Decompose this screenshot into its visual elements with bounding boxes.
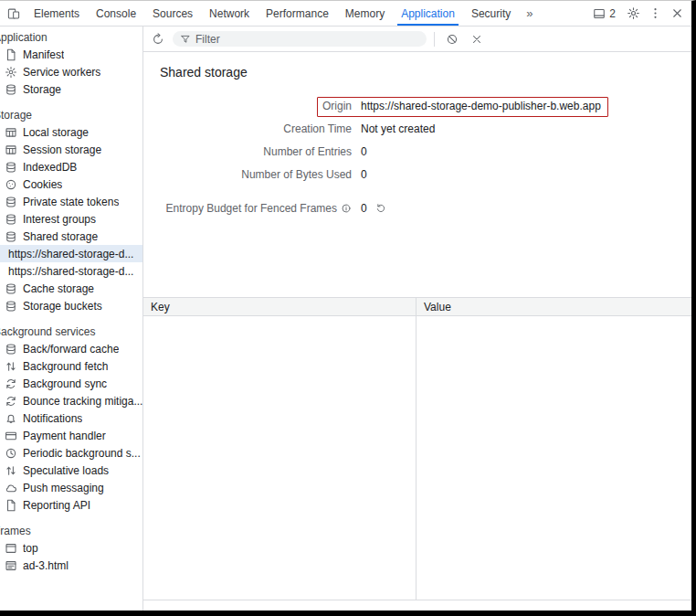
payment-card-icon: [5, 430, 17, 442]
field-label: Creation Time: [283, 122, 352, 135]
sidebar-item-label: ad-3.html: [23, 559, 69, 572]
tab-performance[interactable]: Performance: [258, 1, 337, 26]
database-icon: [5, 230, 17, 243]
sidebar-item-indexeddb[interactable]: IndexedDB: [0, 158, 142, 175]
document-icon: [5, 48, 17, 61]
database-icon: [5, 213, 17, 226]
reset-budget-icon[interactable]: [375, 203, 386, 214]
sidebar-item-manifest[interactable]: Manifest: [0, 46, 142, 63]
field-row-creation-time: Creation TimeNot yet created: [158, 117, 677, 140]
field-value-cell: 0: [361, 145, 367, 158]
sidebar-item-reporting-api[interactable]: Reporting API: [0, 496, 142, 514]
field-row-number-of-bytes-used: Number of Bytes Used0: [158, 163, 677, 186]
sidebar-item-payment-handler[interactable]: Payment handler: [0, 427, 142, 444]
column-header-key[interactable]: Key: [143, 298, 416, 315]
frame-content-icon: [5, 559, 17, 572]
tab-network[interactable]: Network: [201, 1, 258, 26]
more-tabs-button[interactable]: »: [519, 1, 540, 26]
toolbar-divider: [434, 32, 435, 47]
sidebar-item-local-storage[interactable]: Local storage: [0, 123, 142, 141]
sidebar-item-https-shared-storage-d[interactable]: https://shared-storage-d...: [0, 262, 142, 280]
field-value-cell: 0: [361, 168, 367, 181]
clear-all-button[interactable]: [442, 29, 462, 49]
refresh-button[interactable]: [148, 29, 168, 49]
sidebar-section-background-services: Background servicesBack/forward cacheBac…: [0, 324, 142, 514]
close-devtools-icon[interactable]: [667, 3, 688, 24]
devtools-window: ElementsConsoleSourcesNetworkPerformance…: [0, 0, 696, 616]
field-value-cell: Not yet created: [361, 122, 435, 135]
sidebar-item-ad-3-html[interactable]: ad-3.html: [0, 557, 142, 574]
sidebar-item-back-forward-cache[interactable]: Back/forward cache: [0, 340, 142, 357]
tab-application[interactable]: Application: [393, 1, 463, 26]
sidebar-item-service-workers[interactable]: Service workers: [0, 63, 142, 80]
settings-gear-icon[interactable]: [623, 3, 644, 24]
shared-storage-report: Shared storage Originhttps://shared-stor…: [143, 52, 691, 227]
tab-elements[interactable]: Elements: [26, 1, 88, 26]
field-row-number-of-entries: Number of Entries0: [158, 140, 677, 163]
application-sidebar: ApplicationManifestService workersStorag…: [0, 27, 143, 611]
table-header-row: Key Value: [143, 298, 691, 316]
arrows-updown-icon: [5, 360, 17, 373]
section-header-background-services: Background services: [0, 324, 142, 340]
shared-storage-toolbar: Filter: [143, 27, 691, 52]
field-value-cell: 0: [361, 202, 386, 215]
field-label-cell: Number of Bytes Used: [158, 168, 352, 181]
sidebar-item-label: Cookies: [23, 178, 62, 191]
field-label: Number of Bytes Used: [241, 168, 352, 181]
sidebar-item-speculative-loads[interactable]: Speculative loads: [0, 462, 142, 479]
table-icon: [5, 126, 17, 139]
console-drawer-badge[interactable]: 2: [586, 7, 622, 20]
kebab-menu-icon[interactable]: [645, 3, 666, 24]
sidebar-item-storage-buckets[interactable]: Storage buckets: [0, 297, 142, 314]
document-icon: [5, 499, 17, 512]
sidebar-item-periodic-background-s[interactable]: Periodic background s...: [0, 444, 142, 462]
bell-icon: [5, 412, 17, 425]
tab-memory[interactable]: Memory: [337, 1, 393, 26]
database-icon: [5, 196, 17, 208]
sidebar-item-label: Private state tokens: [23, 196, 119, 208]
sidebar-item-background-fetch[interactable]: Background fetch: [0, 357, 142, 375]
field-label-cell: Origin: [158, 100, 352, 112]
filter-input[interactable]: Filter: [173, 31, 427, 47]
sidebar-item-storage[interactable]: Storage: [0, 80, 142, 98]
sidebar-item-push-messaging[interactable]: Push messaging: [0, 479, 142, 496]
sidebar-item-https-shared-storage-d[interactable]: https://shared-storage-d...: [0, 245, 142, 262]
info-icon[interactable]: [341, 203, 352, 214]
field-value-cell: https://shared-storage-demo-publisher-b.…: [361, 100, 601, 112]
sidebar-item-shared-storage[interactable]: Shared storage: [0, 228, 142, 245]
delete-selected-button[interactable]: [467, 29, 487, 49]
cookie-icon: [5, 178, 17, 191]
tab-console[interactable]: Console: [88, 1, 144, 26]
sidebar-item-interest-groups[interactable]: Interest groups: [0, 210, 142, 228]
toggle-device-toolbar-button[interactable]: [2, 1, 26, 26]
database-icon: [5, 161, 17, 174]
column-header-value[interactable]: Value: [416, 298, 691, 315]
sidebar-item-label: top: [23, 542, 38, 555]
tab-sources[interactable]: Sources: [144, 1, 201, 26]
sidebar-item-cookies[interactable]: Cookies: [0, 175, 142, 193]
sidebar-item-label: Storage: [23, 83, 61, 96]
sidebar-item-bounce-tracking-mitiga[interactable]: Bounce tracking mitiga...: [0, 392, 142, 409]
section-header-storage: Storage: [0, 108, 142, 123]
sidebar-item-label: Storage buckets: [23, 300, 102, 313]
sidebar-item-background-sync[interactable]: Background sync: [0, 375, 142, 392]
gear-icon: [5, 66, 17, 79]
tab-security[interactable]: Security: [463, 1, 519, 26]
sidebar-item-notifications[interactable]: Notifications: [0, 409, 142, 427]
main-panel: Filter Shared storage Originhttps://shar…: [143, 27, 691, 611]
sidebar-item-label: Payment handler: [23, 430, 106, 442]
sidebar-item-label: Bounce tracking mitiga...: [23, 395, 142, 408]
sidebar-item-label: Reporting API: [23, 499, 90, 512]
database-icon: [5, 343, 17, 356]
sidebar-item-top[interactable]: top: [0, 539, 142, 557]
page-title: Shared storage: [160, 65, 677, 80]
sidebar-section-application: ApplicationManifestService workersStorag…: [0, 30, 142, 98]
filter-placeholder: Filter: [195, 33, 220, 46]
section-header-frames: Frames: [0, 524, 142, 539]
sync-icon: [5, 377, 17, 390]
field-label-cell: Creation Time: [158, 122, 352, 135]
sidebar-item-private-state-tokens[interactable]: Private state tokens: [0, 193, 142, 210]
sidebar-item-session-storage[interactable]: Session storage: [0, 141, 142, 158]
sidebar-item-cache-storage[interactable]: Cache storage: [0, 280, 142, 297]
panel-tabs: ElementsConsoleSourcesNetworkPerformance…: [26, 1, 519, 26]
